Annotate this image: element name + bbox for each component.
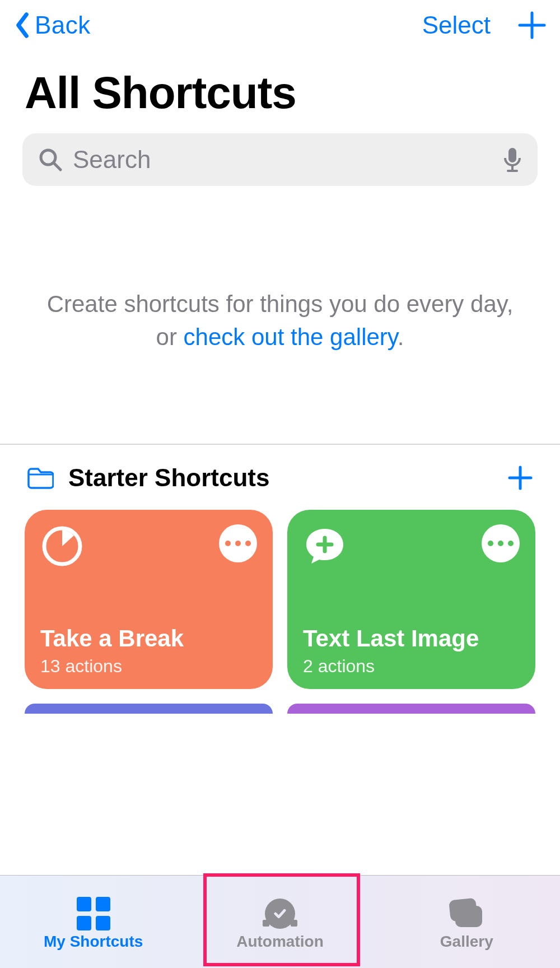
gallery-icon bbox=[449, 898, 484, 929]
search-icon bbox=[38, 147, 63, 172]
dot-icon bbox=[235, 541, 241, 546]
section-starter-shortcuts[interactable]: Starter Shortcuts bbox=[0, 445, 560, 494]
section-title: Starter Shortcuts bbox=[68, 464, 493, 492]
back-label: Back bbox=[35, 11, 91, 39]
shortcut-tile-take-a-break[interactable]: Take a Break 13 actions bbox=[25, 510, 273, 689]
dot-icon bbox=[508, 541, 514, 546]
dot-icon bbox=[225, 541, 231, 546]
tab-label: Automation bbox=[236, 933, 324, 951]
tile-more-button[interactable] bbox=[482, 524, 520, 562]
gallery-link[interactable]: check out the gallery bbox=[184, 324, 398, 350]
select-button[interactable]: Select bbox=[422, 11, 491, 39]
timer-icon bbox=[40, 524, 84, 568]
tile-name: Text Last Image bbox=[303, 625, 520, 652]
shortcut-tiles: Take a Break 13 actions bbox=[0, 494, 560, 689]
message-plus-icon bbox=[303, 524, 347, 568]
dot-icon bbox=[245, 541, 251, 546]
tab-my-shortcuts[interactable]: My Shortcuts bbox=[0, 876, 186, 968]
svg-line-3 bbox=[54, 163, 60, 170]
shortcut-tile-peek[interactable] bbox=[25, 704, 273, 714]
svg-rect-4 bbox=[508, 148, 516, 162]
empty-state-text: Create shortcuts for things you do every… bbox=[0, 187, 560, 444]
tile-subtitle: 13 actions bbox=[40, 656, 257, 677]
folder-icon bbox=[27, 467, 54, 489]
chevron-left-icon bbox=[13, 12, 31, 39]
search-input[interactable] bbox=[73, 146, 493, 174]
tab-gallery[interactable]: Gallery bbox=[374, 876, 560, 968]
tab-label: My Shortcuts bbox=[44, 933, 143, 951]
dictate-icon[interactable] bbox=[503, 147, 522, 173]
tab-automation[interactable]: Automation bbox=[186, 876, 373, 968]
nav-bar: Back Select bbox=[0, 0, 560, 50]
tab-bar: My Shortcuts Automation Gallery bbox=[0, 875, 560, 968]
tab-label: Gallery bbox=[440, 933, 493, 951]
dot-icon bbox=[488, 541, 493, 546]
dot-icon bbox=[498, 541, 503, 546]
empty-suffix: . bbox=[398, 324, 404, 350]
peeking-tiles bbox=[0, 689, 560, 714]
shortcut-tile-text-last-image[interactable]: Text Last Image 2 actions bbox=[287, 510, 535, 689]
automation-icon bbox=[262, 898, 298, 929]
add-to-section-button[interactable] bbox=[507, 465, 533, 491]
grid-icon bbox=[76, 898, 111, 929]
tile-subtitle: 2 actions bbox=[303, 656, 520, 677]
tile-name: Take a Break bbox=[40, 625, 257, 652]
tile-more-button[interactable] bbox=[219, 524, 257, 562]
page-title: All Shortcuts bbox=[0, 50, 560, 123]
add-shortcut-button[interactable] bbox=[517, 11, 547, 40]
back-button[interactable]: Back bbox=[13, 11, 91, 39]
search-field[interactable] bbox=[22, 133, 538, 186]
shortcut-tile-peek[interactable] bbox=[287, 704, 535, 714]
